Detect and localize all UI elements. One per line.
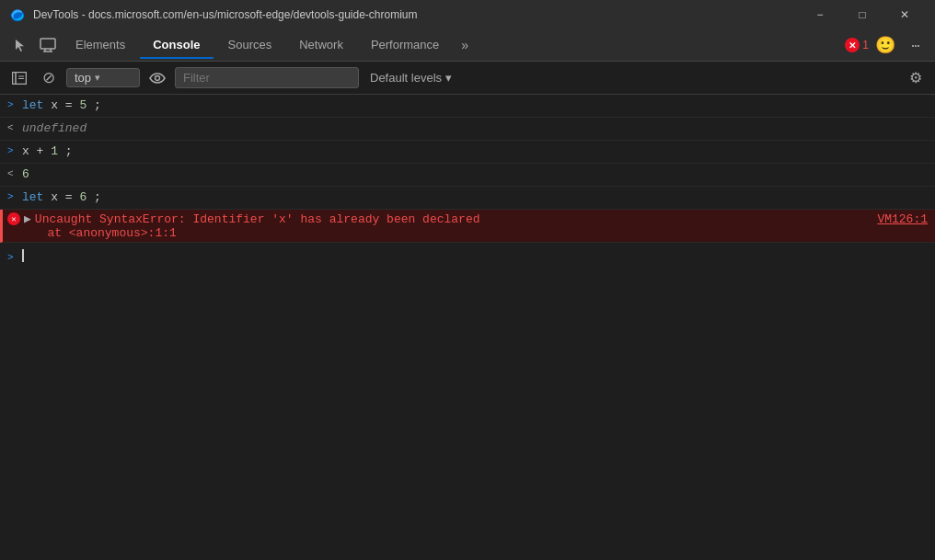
error-icon: ✕ <box>845 38 860 52</box>
filter-input[interactable] <box>175 67 359 88</box>
console-line-1: > let x = 5 ; <box>0 95 935 118</box>
code-result-4: 6 <box>22 167 29 181</box>
code-var-5: x = <box>51 190 79 204</box>
cursor-icon[interactable] <box>7 32 33 58</box>
code-semi-3: ; <box>65 144 73 158</box>
code-undefined-2: undefined <box>22 121 87 135</box>
svg-rect-1 <box>40 39 55 49</box>
line-content-2: undefined <box>22 120 928 138</box>
code-keyword-5: let <box>22 190 43 204</box>
code-var-1: x = <box>51 98 79 112</box>
title-bar: DevTools - docs.microsoft.com/en-us/micr… <box>0 0 935 29</box>
prompt-arrow: > <box>7 252 22 263</box>
edge-logo <box>9 6 26 23</box>
error-badge[interactable]: ✕ 1 <box>845 38 869 52</box>
tab-sources[interactable]: Sources <box>215 32 285 59</box>
maximize-button[interactable]: □ <box>841 0 883 29</box>
tab-network[interactable]: Network <box>286 32 356 59</box>
line-content-5: let x = 6 ; <box>22 189 928 207</box>
clear-console-button[interactable]: ⊘ <box>37 66 61 90</box>
svg-point-9 <box>156 75 160 80</box>
minimize-button[interactable]: − <box>799 0 841 29</box>
line-content-1: let x = 5 ; <box>22 97 928 115</box>
tab-bar: Elements Console Sources Network Perform… <box>0 29 935 62</box>
tab-right-icons: ✕ 1 🙂 ··· <box>845 32 928 58</box>
error-icon-inline: ✕ <box>7 212 20 225</box>
title-text: DevTools - docs.microsoft.com/en-us/micr… <box>33 8 791 21</box>
levels-button[interactable]: Default levels ▾ <box>364 69 457 86</box>
code-semi-1: ; <box>94 98 101 112</box>
console-line-2: < undefined <box>0 118 935 141</box>
console-output: > let x = 5 ; < undefined > x + 1 ; <box>0 95 935 560</box>
context-chevron: ▾ <box>95 72 100 84</box>
console-cursor <box>22 249 24 262</box>
code-expr-3: x + <box>22 144 51 158</box>
input-arrow-1: > <box>7 99 22 110</box>
tab-performance[interactable]: Performance <box>358 32 452 59</box>
feedback-icon[interactable]: 🙂 <box>872 32 898 58</box>
error-count: 1 <box>862 39 869 51</box>
console-panel: > let x = 5 ; < undefined > x + 1 ; <box>0 95 935 560</box>
context-selector[interactable]: top ▾ <box>66 68 140 87</box>
output-arrow-4: < <box>7 168 22 179</box>
error-source-link[interactable]: VM126:1 <box>877 212 928 226</box>
console-line-3: > x + 1 ; <box>0 141 935 164</box>
screen-icon[interactable] <box>35 32 61 58</box>
code-semi-5: ; <box>94 190 101 204</box>
sidebar-toggle-button[interactable] <box>7 66 31 90</box>
error-message-row: ✕ ▶ Uncaught SyntaxError: Identifier 'x'… <box>7 211 928 226</box>
console-input-line[interactable]: > <box>0 243 935 269</box>
levels-chevron: ▾ <box>445 71 452 85</box>
code-num-5: 6 <box>79 190 87 204</box>
input-arrow-3: > <box>7 145 22 156</box>
eye-button[interactable] <box>145 66 169 90</box>
code-keyword-1: let <box>22 98 43 112</box>
code-num-3: 1 <box>51 144 58 158</box>
line-content-4: 6 <box>22 166 928 184</box>
window-controls: − □ ✕ <box>799 0 926 29</box>
console-line-5: > let x = 6 ; <box>0 187 935 210</box>
code-num-1: 5 <box>79 98 87 112</box>
console-error-line: ✕ ▶ Uncaught SyntaxError: Identifier 'x'… <box>0 210 935 243</box>
context-value: top <box>75 71 91 85</box>
output-arrow-2: < <box>7 122 22 133</box>
console-toolbar: ⊘ top ▾ Default levels ▾ ⚙ <box>0 62 935 95</box>
levels-label: Default levels <box>370 71 442 85</box>
tab-elements[interactable]: Elements <box>63 32 138 59</box>
input-arrow-5: > <box>7 191 22 202</box>
error-stack-trace: at <anonymous>:1:1 <box>7 226 928 240</box>
error-message-text: Uncaught SyntaxError: Identifier 'x' has… <box>35 212 480 226</box>
settings-button[interactable]: ⚙ <box>904 66 928 90</box>
line-content-3: x + 1 ; <box>22 143 928 161</box>
console-line-4: < 6 <box>0 164 935 187</box>
more-tabs-button[interactable]: » <box>454 32 476 58</box>
error-expand-arrow[interactable]: ▶ <box>24 211 31 226</box>
more-options-button[interactable]: ··· <box>902 32 928 58</box>
tab-console[interactable]: Console <box>140 32 213 59</box>
close-button[interactable]: ✕ <box>883 0 926 29</box>
